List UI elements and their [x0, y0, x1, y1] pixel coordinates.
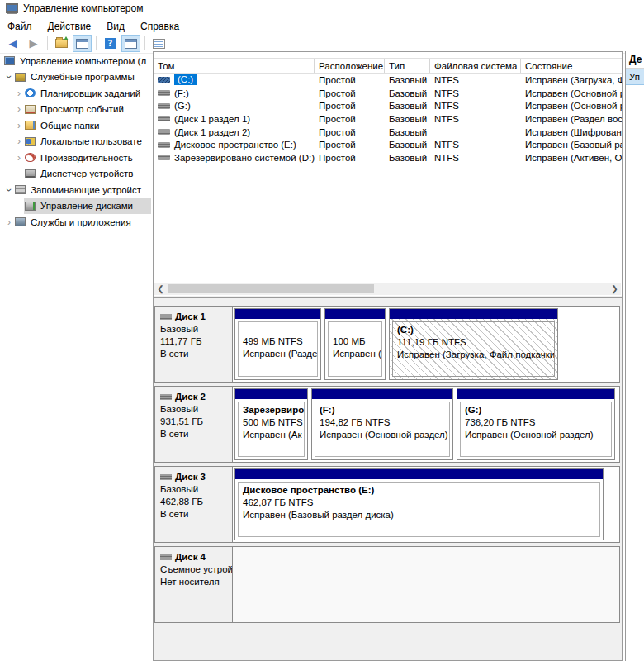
volume-location: Простой	[315, 101, 385, 111]
title-bar: Управление компьютером	[0, 0, 644, 17]
chevron-right-icon[interactable]: ›	[4, 216, 14, 228]
sidebar-item-label: Запоминающие устройст	[31, 185, 141, 195]
properties-list-button[interactable]	[149, 35, 168, 52]
services-icon	[15, 217, 26, 226]
task-scheduler-icon	[25, 88, 36, 97]
chevron-right-icon[interactable]: ›	[14, 103, 24, 115]
column-header-filesystem[interactable]: Файловая система	[430, 59, 521, 73]
scroll-right-icon[interactable]: ❯	[608, 284, 621, 293]
sidebar-item-label: Диспетчер устройств	[40, 169, 133, 178]
table-row[interactable]: Зарезервировано системой (D:) Простой Ба…	[154, 151, 622, 164]
partition[interactable]: 499 МБ NTFS Исправен (Раздел	[234, 308, 321, 380]
disk-3-label[interactable]: Диск 3 Базовый 462,88 ГБ В сети	[155, 467, 233, 542]
partition-size: 100 МБ	[333, 335, 377, 348]
volume-rows: (C:) Простой Базовый NTFS Исправен (Загр…	[154, 74, 622, 164]
sidebar-item-task-scheduler[interactable]: › Планировщик заданий	[0, 85, 151, 102]
disk-kind: Съемное устройство	[160, 564, 230, 576]
disk-name: Диск 2	[175, 391, 206, 403]
chevron-right-icon[interactable]: ›	[14, 136, 24, 147]
menu-view[interactable]: Вид	[107, 21, 125, 32]
partition-status: Исправен (Основной раздел)	[465, 429, 607, 441]
sidebar-item-label: Производительность	[40, 153, 133, 163]
volume-icon	[158, 155, 170, 160]
table-row[interactable]: (G:) Простой Базовый NTFS Исправен (Осно…	[154, 99, 622, 112]
console-window-button-2[interactable]	[121, 35, 140, 52]
disk-icon	[160, 394, 172, 400]
partition[interactable]: 100 МБ Исправен (Ц	[324, 308, 386, 380]
disk-status: В сети	[160, 348, 230, 360]
partition[interactable]: Дисковое пространство (E:) 462,87 ГБ NTF…	[234, 468, 604, 540]
partition[interactable]: Зарезервировано 500 МБ NTFS Исправен (Ак	[234, 388, 308, 460]
table-row[interactable]: (Диск 1 раздел 1) Простой Базовый NTFS И…	[154, 112, 622, 126]
chevron-right-icon[interactable]: ›	[14, 88, 24, 99]
sidebar-item-local-users[interactable]: › Локальные пользовате	[0, 134, 151, 150]
volume-name: Зарезервировано системой (D:)	[174, 153, 315, 163]
volume-fs: NTFS	[430, 101, 521, 111]
sidebar-item-disk-management[interactable]: › Управление дисками	[0, 198, 151, 215]
show-console-tree-icon	[55, 39, 68, 48]
partition-color-bar	[457, 389, 614, 399]
sidebar-item-system-tools[interactable]: › Служебные программы	[0, 69, 151, 86]
column-header-volume[interactable]: Том	[154, 59, 315, 73]
table-row[interactable]: Дисковое пространство (E:) Простой Базов…	[154, 138, 622, 151]
volume-name: (Диск 1 раздел 2)	[174, 127, 250, 137]
table-row[interactable]: (F:) Простой Базовый NTFS Исправен (Осно…	[154, 87, 622, 100]
disk-name: Диск 4	[175, 551, 206, 564]
disk-status: Нет носителя	[160, 576, 230, 588]
volume-location: Простой	[315, 153, 385, 163]
table-row[interactable]: (Диск 1 раздел 2) Простой Базовый Исправ…	[154, 126, 622, 139]
sidebar-item-computer-management[interactable]: Управление компьютером (л	[0, 53, 151, 69]
console-window-icon	[125, 39, 137, 49]
volume-list-header: Том Расположение Тип Файловая система Со…	[154, 58, 622, 74]
menu-help[interactable]: Справка	[140, 21, 179, 32]
partition-color-bar	[325, 309, 385, 319]
show-console-tree-button[interactable]	[52, 35, 71, 52]
toolbar-separator	[144, 36, 145, 50]
column-header-location[interactable]: Расположение	[315, 59, 385, 73]
volume-status: Исправен (Шифрован	[521, 127, 622, 137]
sidebar-item-shared-folders[interactable]: › Общие папки	[0, 117, 151, 134]
sidebar-item-performance[interactable]: › Производительность	[0, 150, 151, 166]
volume-status: Исправен (Загрузка, Ф	[521, 75, 622, 85]
partition-c-selected[interactable]: (C:) 111,19 ГБ NTFS Исправен (Загрузка, …	[389, 308, 558, 380]
console-window-icon	[76, 39, 88, 49]
volume-type: Базовый	[385, 75, 430, 85]
sidebar-item-device-manager[interactable]: › Диспетчер устройств	[0, 166, 151, 183]
partition[interactable]: (G:) 736,20 ГБ NTFS Исправен (Основной р…	[457, 388, 615, 460]
table-row[interactable]: (C:) Простой Базовый NTFS Исправен (Загр…	[154, 74, 622, 87]
shared-folders-icon	[25, 121, 36, 130]
sidebar-item-services[interactable]: › Службы и приложения	[0, 214, 151, 231]
help-button[interactable]: ?	[101, 35, 120, 52]
sidebar-item-event-viewer[interactable]: › Просмотр событий	[0, 102, 151, 118]
scroll-left-icon[interactable]: ❮	[154, 284, 167, 293]
scrollbar-thumb[interactable]	[168, 284, 374, 293]
menu-file[interactable]: Файл	[7, 21, 32, 32]
volume-name: (F:)	[174, 88, 189, 98]
computer-icon	[6, 3, 18, 13]
disk-2-label[interactable]: Диск 2 Базовый 931,51 ГБ В сети	[155, 387, 233, 462]
disk-kind: Базовый	[160, 483, 230, 496]
column-header-status[interactable]: Состояние	[521, 59, 622, 73]
column-header-type[interactable]: Тип	[385, 59, 430, 73]
sidebar-item-label: Управление дисками	[40, 201, 133, 211]
partition-size: 500 МБ NTFS	[243, 416, 300, 429]
chevron-down-icon[interactable]: ›	[3, 72, 15, 82]
forward-button[interactable]: ▶	[24, 35, 43, 52]
partition[interactable]: (F:) 194,82 ГБ NTFS Исправен (Основной р…	[311, 388, 453, 460]
chevron-right-icon[interactable]: ›	[14, 120, 24, 131]
chevron-down-icon[interactable]: ›	[3, 185, 15, 195]
chevron-right-icon[interactable]: ›	[14, 152, 24, 164]
partition-size: 499 МБ NTFS	[243, 335, 313, 348]
horizontal-scrollbar[interactable]: ❮ ❯	[154, 283, 621, 295]
sidebar-item-storage[interactable]: › Запоминающие устройст	[0, 182, 151, 198]
back-button[interactable]: ◀	[3, 35, 22, 52]
disk-icon	[160, 314, 172, 320]
volume-name: (Диск 1 раздел 1)	[174, 114, 250, 124]
menu-action[interactable]: Действие	[48, 21, 92, 32]
disk-1-label[interactable]: Диск 1 Базовый 111,77 ГБ В сети	[155, 307, 233, 382]
console-window-button[interactable]	[73, 35, 92, 52]
disk-4-label[interactable]: Диск 4 Съемное устройство Нет носителя	[155, 547, 233, 622]
actions-panel-item-disk-management[interactable]: Уп	[626, 69, 644, 85]
partition-status: Исправен (Ак	[243, 429, 300, 441]
volume-status: Исправен (Основной р	[521, 101, 622, 111]
